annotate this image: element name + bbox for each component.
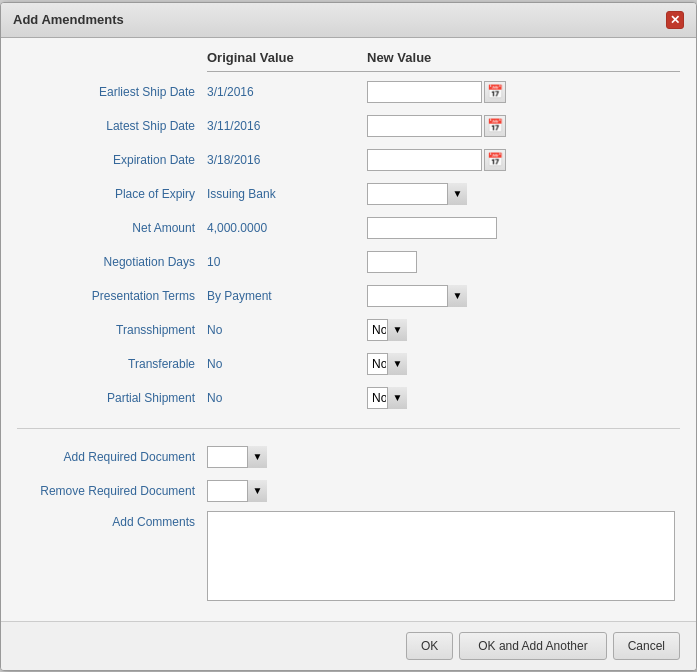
original-place-of-expiry: Issuing Bank	[207, 187, 367, 201]
new-transshipment-select[interactable]: No Yes	[367, 319, 407, 341]
label-remove-required-document: Remove Required Document	[17, 484, 207, 498]
expiration-date-cal-btn[interactable]: 📅	[484, 149, 506, 171]
presentation-terms-select-wrapper: By Payment ▼	[367, 285, 467, 307]
new-expiration-date-input[interactable]	[367, 149, 482, 171]
earliest-ship-date-cal-btn[interactable]: 📅	[484, 81, 506, 103]
row-net-amount: Net Amount 4,000.0000	[17, 214, 680, 242]
new-partial-shipment-select[interactable]: No Yes	[367, 387, 407, 409]
new-net-amount-cell	[367, 217, 567, 239]
remove-required-document-select[interactable]	[207, 480, 267, 502]
new-value-header: New Value	[367, 50, 567, 65]
add-amendments-dialog: Add Amendments ✕ Original Value New Valu…	[0, 2, 697, 671]
new-latest-ship-date-input[interactable]	[367, 115, 482, 137]
label-expiration-date: Expiration Date	[17, 153, 207, 167]
ok-and-add-another-button[interactable]: OK and Add Another	[459, 632, 606, 660]
new-negotiation-days-cell	[367, 251, 567, 273]
original-expiration-date: 3/18/2016	[207, 153, 367, 167]
close-button[interactable]: ✕	[666, 11, 684, 29]
latest-ship-date-cal-btn[interactable]: 📅	[484, 115, 506, 137]
label-earliest-ship-date: Earliest Ship Date	[17, 85, 207, 99]
row-remove-required-document: Remove Required Document ▼	[17, 477, 680, 505]
bottom-section: Add Required Document ▼ Remove Required …	[17, 439, 680, 601]
row-transferable: Transferable No No Yes ▼	[17, 350, 680, 378]
label-partial-shipment: Partial Shipment	[17, 391, 207, 405]
row-place-of-expiry: Place of Expiry Issuing Bank Issuing Ban…	[17, 180, 680, 208]
label-negotiation-days: Negotiation Days	[17, 255, 207, 269]
row-latest-ship-date: Latest Ship Date 3/11/2016 📅	[17, 112, 680, 140]
original-partial-shipment: No	[207, 391, 367, 405]
dialog-body: Original Value New Value Earliest Ship D…	[1, 38, 696, 621]
new-latest-ship-date-cell: 📅	[367, 115, 567, 137]
row-negotiation-days: Negotiation Days 10	[17, 248, 680, 276]
label-transshipment: Transshipment	[17, 323, 207, 337]
label-latest-ship-date: Latest Ship Date	[17, 119, 207, 133]
row-transshipment: Transshipment No No Yes ▼	[17, 316, 680, 344]
label-transferable: Transferable	[17, 357, 207, 371]
label-add-required-document: Add Required Document	[17, 450, 207, 464]
label-net-amount: Net Amount	[17, 221, 207, 235]
new-earliest-ship-date-input[interactable]	[367, 81, 482, 103]
row-add-comments: Add Comments	[17, 511, 680, 601]
new-negotiation-days-input[interactable]	[367, 251, 417, 273]
transshipment-select-wrapper: No Yes ▼	[367, 319, 407, 341]
new-expiration-date-cell: 📅	[367, 149, 567, 171]
add-required-document-select-wrapper: ▼	[207, 446, 267, 468]
row-expiration-date: Expiration Date 3/18/2016 📅	[17, 146, 680, 174]
new-place-of-expiry-select[interactable]: Issuing Bank	[367, 183, 467, 205]
remove-required-document-select-wrapper: ▼	[207, 480, 267, 502]
partial-shipment-select-wrapper: No Yes ▼	[367, 387, 407, 409]
new-presentation-terms-select[interactable]: By Payment	[367, 285, 467, 307]
new-presentation-terms-cell: By Payment ▼	[367, 285, 567, 307]
label-presentation-terms: Presentation Terms	[17, 289, 207, 303]
new-transshipment-cell: No Yes ▼	[367, 319, 567, 341]
label-add-comments: Add Comments	[17, 511, 207, 529]
new-net-amount-input[interactable]	[367, 217, 497, 239]
transferable-select-wrapper: No Yes ▼	[367, 353, 407, 375]
new-earliest-ship-date-cell: 📅	[367, 81, 567, 103]
label-place-of-expiry: Place of Expiry	[17, 187, 207, 201]
original-value-header: Original Value	[207, 50, 367, 65]
new-place-of-expiry-cell: Issuing Bank ▼	[367, 183, 567, 205]
original-net-amount: 4,000.0000	[207, 221, 367, 235]
dialog-header: Add Amendments ✕	[1, 3, 696, 38]
columns-header: Original Value New Value	[207, 50, 680, 72]
original-transferable: No	[207, 357, 367, 371]
original-transshipment: No	[207, 323, 367, 337]
new-transferable-select[interactable]: No Yes	[367, 353, 407, 375]
row-partial-shipment: Partial Shipment No No Yes ▼	[17, 384, 680, 412]
form-section: Earliest Ship Date 3/1/2016 📅 Latest Shi…	[17, 78, 680, 429]
row-presentation-terms: Presentation Terms By Payment By Payment…	[17, 282, 680, 310]
ok-button[interactable]: OK	[406, 632, 453, 660]
add-required-document-select[interactable]	[207, 446, 267, 468]
original-presentation-terms: By Payment	[207, 289, 367, 303]
dialog-footer: OK OK and Add Another Cancel	[1, 621, 696, 670]
add-comments-textarea[interactable]	[207, 511, 675, 601]
new-partial-shipment-cell: No Yes ▼	[367, 387, 567, 409]
original-earliest-ship-date: 3/1/2016	[207, 85, 367, 99]
dialog-title: Add Amendments	[13, 12, 124, 27]
row-earliest-ship-date: Earliest Ship Date 3/1/2016 📅	[17, 78, 680, 106]
place-of-expiry-select-wrapper: Issuing Bank ▼	[367, 183, 467, 205]
cancel-button[interactable]: Cancel	[613, 632, 680, 660]
row-add-required-document: Add Required Document ▼	[17, 443, 680, 471]
original-latest-ship-date: 3/11/2016	[207, 119, 367, 133]
new-transferable-cell: No Yes ▼	[367, 353, 567, 375]
original-negotiation-days: 10	[207, 255, 367, 269]
